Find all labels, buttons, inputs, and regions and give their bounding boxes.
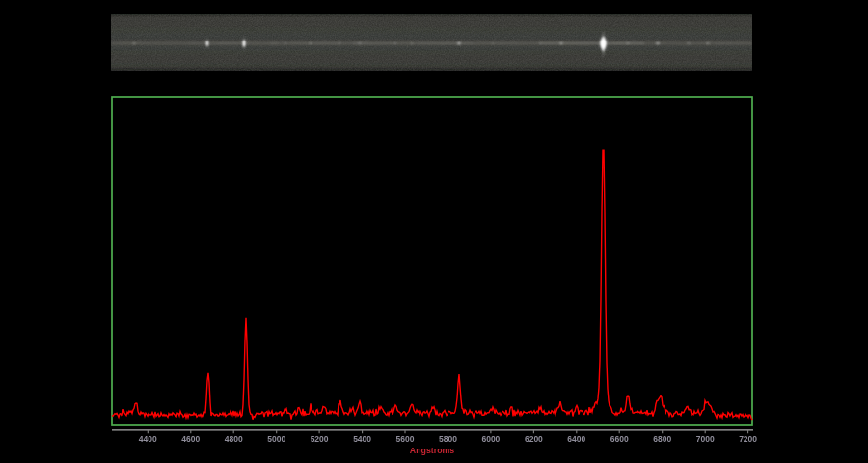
svg-text:6800: 6800 [653, 434, 671, 444]
svg-text:6000: 6000 [481, 434, 500, 444]
svg-text:5400: 5400 [353, 434, 371, 444]
svg-text:5200: 5200 [311, 434, 329, 444]
svg-text:6400: 6400 [567, 434, 585, 444]
svg-text:5000: 5000 [267, 434, 285, 444]
svg-text:6200: 6200 [525, 434, 543, 444]
svg-text:4800: 4800 [225, 434, 243, 444]
svg-text:4400: 4400 [139, 434, 157, 444]
svg-text:Angstroms: Angstroms [410, 446, 455, 455]
svg-text:7200: 7200 [739, 434, 757, 444]
svg-text:5600: 5600 [396, 434, 415, 444]
svg-text:5800: 5800 [439, 434, 457, 444]
svg-text:6600: 6600 [610, 434, 629, 444]
svg-text:4600: 4600 [181, 434, 200, 444]
svg-text:7000: 7000 [696, 434, 715, 444]
